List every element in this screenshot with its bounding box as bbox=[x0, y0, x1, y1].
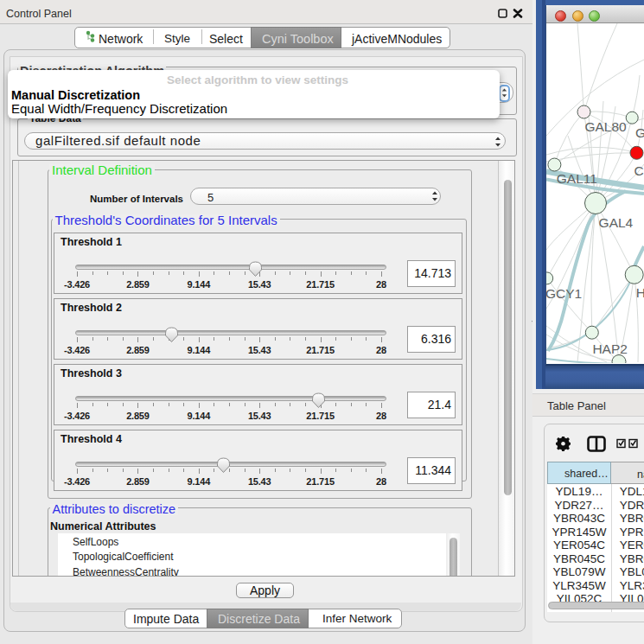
svg-text:H: H bbox=[636, 285, 644, 300]
svg-text:HAP2: HAP2 bbox=[592, 341, 628, 356]
svg-text:CD: CD bbox=[634, 163, 644, 178]
svg-text:GAL4: GAL4 bbox=[599, 215, 634, 230]
svg-text:GAL80: GAL80 bbox=[584, 119, 627, 134]
svg-text:GAL: GAL bbox=[635, 125, 644, 140]
svg-text:GAL11: GAL11 bbox=[557, 171, 597, 186]
svg-text:GCY1: GCY1 bbox=[546, 286, 582, 301]
